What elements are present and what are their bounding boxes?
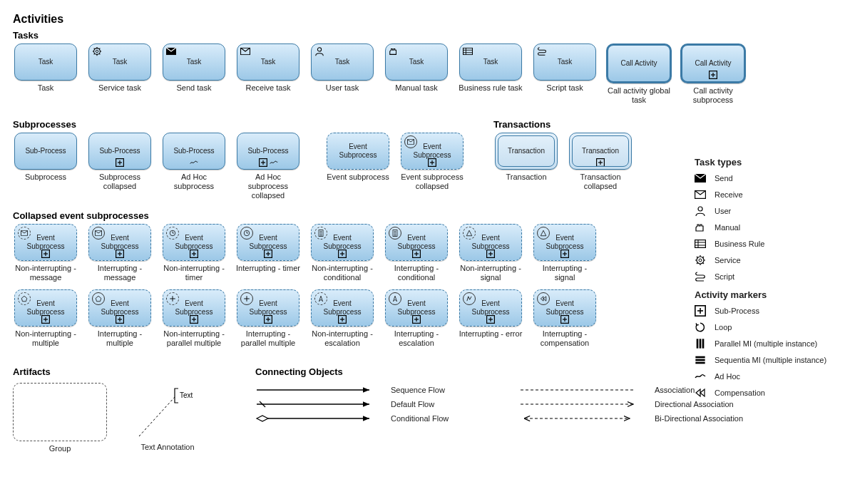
evsub-interrupt-signal: Event Subprocess — [533, 224, 596, 261]
title-transactions: Transactions — [493, 119, 633, 130]
association-icon — [519, 386, 640, 394]
subprocess-marker-icon — [259, 158, 267, 167]
manual-task: Task — [385, 43, 448, 81]
evsub-noninterrupt-escalation: Event Subprocess — [311, 289, 374, 326]
parallel-multiple-event-icon — [166, 292, 179, 305]
send-icon — [166, 46, 176, 56]
evsub-interrupt-parmultiple: Event Subprocess — [237, 289, 299, 326]
business-rule-icon — [463, 46, 473, 56]
group-artifact — [13, 383, 107, 441]
signal-event-icon — [463, 227, 476, 240]
event-subprocess-collapsed: Event Subprocess — [401, 133, 464, 170]
manual-icon — [389, 46, 399, 56]
adhoc-subprocess: Sub-Process — [163, 133, 225, 170]
evsub-noninterrupt-multiple: Event Subprocess — [14, 289, 77, 326]
escalation-event-icon — [314, 292, 327, 305]
legend: Task types Send Receive User Manual Busi… — [695, 150, 837, 403]
compensation-event-icon — [537, 292, 550, 305]
evsub-interrupt-timer: Event Subprocess — [237, 224, 299, 261]
timer-event-icon — [240, 227, 253, 240]
conditional-event-icon — [314, 227, 327, 240]
transaction: Transaction — [495, 133, 558, 170]
multiple-event-icon — [92, 292, 105, 305]
evsub-noninterrupt-message: Event Subprocess — [14, 224, 77, 261]
adhoc-marker-icon — [190, 158, 198, 167]
text-annotation-artifact: Text — [135, 383, 200, 440]
evsub-interrupt-compensation: Event Subprocess — [533, 289, 596, 326]
task: Task — [14, 43, 77, 81]
bidirectional-association-icon — [519, 414, 640, 423]
script-icon — [695, 271, 706, 282]
evsub-interrupt-multiple: Event Subprocess — [88, 289, 151, 326]
user-icon — [695, 205, 706, 217]
receive-icon — [695, 189, 706, 200]
subprocess-marker-icon — [596, 158, 605, 167]
parallel-multiple-event-icon — [240, 292, 253, 305]
legend-markers-title: Activity markers — [695, 289, 837, 300]
message-event-icon — [18, 227, 31, 240]
service-icon — [92, 46, 102, 56]
service-icon — [695, 254, 706, 266]
title-subprocesses: Subprocesses — [13, 119, 465, 130]
parallel-mi-marker-icon — [695, 338, 706, 349]
receive-task: Task — [237, 43, 299, 81]
evsub-interrupt-conditional: Event Subprocess — [385, 224, 448, 261]
send-task: Task — [163, 43, 225, 81]
escalation-event-icon — [389, 292, 401, 305]
sequential-mi-marker-icon — [695, 354, 706, 366]
evsub-interrupt-message: Event Subprocess — [88, 224, 151, 261]
error-event-icon — [463, 292, 476, 305]
receive-icon — [240, 46, 250, 56]
row-tasks: TaskTask TaskService task TaskSend task … — [13, 43, 837, 105]
adhoc-subprocess-collapsed: Sub-Process — [237, 133, 299, 170]
evsub-noninterrupt-parmultiple: Event Subprocess — [163, 289, 225, 326]
subprocess-marker-icon — [116, 158, 124, 167]
call-activity-global: Call Activity — [606, 43, 672, 83]
transaction-collapsed: Transaction — [569, 133, 632, 170]
manual-icon — [695, 222, 706, 233]
subprocess-marker-icon — [709, 71, 717, 79]
evsub-noninterrupt-signal: Event Subprocess — [459, 224, 522, 261]
svg-line-36 — [139, 397, 175, 436]
script-icon — [537, 46, 547, 56]
conditional-event-icon — [389, 227, 401, 240]
signal-event-icon — [537, 227, 550, 240]
evsub-noninterrupt-conditional: Event Subprocess — [311, 224, 374, 261]
conditional-flow-icon — [255, 414, 377, 423]
evsub-interrupt-escalation: Event Subprocess — [385, 289, 448, 326]
title-activities: Activities — [13, 13, 837, 26]
text-annotation-caption: Text Annotation — [140, 443, 194, 451]
compensation-marker-icon — [695, 387, 706, 398]
directional-association-icon — [519, 400, 640, 408]
message-event-icon — [404, 135, 417, 148]
legend-task-types-title: Task types — [695, 157, 837, 168]
timer-event-icon — [166, 227, 179, 240]
title-artifacts: Artifacts — [13, 366, 227, 377]
call-activity-subprocess: Call Activity — [680, 43, 746, 83]
business-rule-icon — [695, 238, 706, 250]
subprocess: Sub-Process — [14, 133, 77, 170]
message-event-icon — [92, 227, 105, 240]
loop-marker-icon — [695, 322, 706, 333]
evsub-noninterrupt-timer: Event Subprocess — [163, 224, 225, 261]
subprocess-marker-icon — [695, 305, 706, 317]
multiple-event-icon — [18, 292, 31, 305]
evsub-interrupt-error: Event Subprocess — [459, 289, 522, 326]
adhoc-marker-icon — [695, 371, 706, 382]
sequence-flow-icon — [255, 386, 377, 394]
group-caption: Group — [49, 444, 71, 453]
send-icon — [695, 173, 706, 184]
user-icon — [314, 46, 324, 56]
text-annotation-label: Text — [180, 391, 193, 399]
business-rule-task: Task — [459, 43, 522, 81]
script-task: Task — [533, 43, 596, 81]
event-subprocess: Event Subprocess — [327, 133, 389, 170]
service-task: Task — [88, 43, 151, 81]
user-task: Task — [311, 43, 374, 81]
subprocess-collapsed: Sub-Process — [88, 133, 151, 170]
default-flow-icon — [255, 400, 377, 408]
subprocess-marker-icon — [428, 158, 436, 167]
title-tasks: Tasks — [13, 30, 837, 41]
adhoc-marker-icon — [270, 158, 278, 167]
